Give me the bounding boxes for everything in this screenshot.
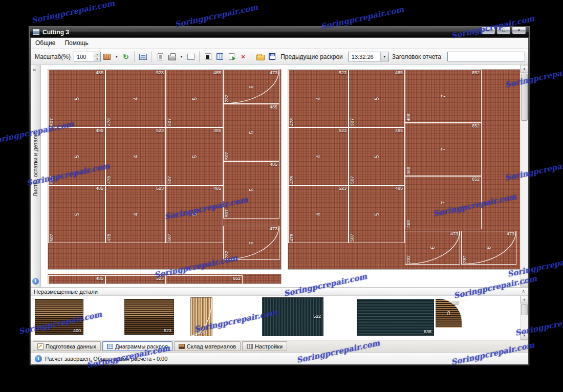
scroll-up-button[interactable]: ▲ bbox=[521, 65, 528, 73]
grid-view-dropdown[interactable]: ▾ bbox=[114, 51, 119, 63]
zoom-up-icon[interactable]: ▲ bbox=[94, 52, 100, 57]
unplaced-header-label: Неразмещенные детали bbox=[34, 289, 98, 295]
menu-general[interactable]: Общие bbox=[31, 38, 60, 48]
open-button[interactable] bbox=[255, 51, 266, 63]
zoom-stepper[interactable]: 100 ▲ ▼ bbox=[74, 52, 101, 61]
scroll-down-button[interactable]: ▼ bbox=[521, 279, 528, 287]
cut-panel[interactable]: 4732826 bbox=[405, 231, 460, 265]
cut-panel[interactable]: 4855075 bbox=[223, 104, 279, 161]
previous-cuts-combo[interactable]: 13:32:26 ▾ bbox=[348, 52, 389, 61]
cut-panel[interactable]: 4855075 bbox=[48, 127, 105, 185]
panel-width-label: 523 bbox=[156, 186, 164, 191]
unplaced-piece[interactable]: 638 bbox=[357, 299, 434, 336]
cut-panel[interactable]: 4855075 bbox=[349, 185, 405, 243]
corner-tool-button[interactable] bbox=[203, 51, 213, 63]
panel-width-label: 485 bbox=[270, 162, 277, 167]
report-title-input[interactable] bbox=[447, 52, 525, 61]
cut-panel-partial[interactable]: 652 bbox=[166, 275, 243, 285]
panel-piece-number: 5 bbox=[192, 213, 198, 216]
expand-chevrons-icon[interactable]: » bbox=[33, 67, 36, 73]
panel-width-label: 485 bbox=[395, 186, 403, 191]
print-button[interactable] bbox=[167, 51, 178, 63]
cut-panel[interactable]: 5234784 bbox=[288, 185, 349, 243]
zoom-value[interactable]: 100 bbox=[74, 52, 94, 61]
unplaced-piece[interactable]: 400 bbox=[35, 299, 83, 335]
cut-panel[interactable]: 4855075 bbox=[166, 70, 223, 127]
diagram-scrollbar[interactable]: ▲ ▼ bbox=[520, 65, 528, 287]
table-button[interactable] bbox=[185, 51, 196, 63]
print-dropdown[interactable]: ▾ bbox=[179, 51, 184, 63]
diagram-view-button[interactable] bbox=[138, 51, 148, 63]
scrollbar-track[interactable] bbox=[521, 303, 528, 332]
panel-height-label: 478 bbox=[289, 176, 294, 184]
cut-panel[interactable]: 4855075 bbox=[349, 127, 405, 185]
grid-view-button[interactable] bbox=[102, 51, 113, 63]
cut-panel[interactable]: 5234784 bbox=[105, 127, 166, 185]
unplaced-area[interactable]: 4005231865226382288 bbox=[31, 296, 520, 340]
folder-icon bbox=[256, 55, 265, 60]
cut-panel[interactable]: 4855075 bbox=[48, 185, 105, 243]
minimize-button[interactable]: – bbox=[481, 27, 495, 34]
unplaced-piece[interactable]: 186 bbox=[190, 297, 212, 336]
close-button[interactable]: × bbox=[512, 27, 526, 34]
collapse-chevrons-icon[interactable]: » bbox=[521, 290, 527, 293]
cut-panel[interactable]: 4732826 bbox=[223, 70, 279, 104]
panel-width-label: 523 bbox=[339, 70, 347, 75]
menu-help[interactable]: Помощь bbox=[60, 38, 93, 48]
cut-panel[interactable]: 6524687 bbox=[405, 176, 482, 229]
cut-panel[interactable]: 4732826 bbox=[223, 226, 279, 260]
scroll-up-button[interactable]: ▲ bbox=[521, 296, 528, 303]
cut-panel[interactable]: 5234784 bbox=[105, 185, 166, 243]
fit-sheet-button[interactable] bbox=[214, 51, 225, 63]
panel-piece-number: 5 bbox=[74, 155, 80, 158]
save-button[interactable] bbox=[267, 51, 277, 63]
cut-panel[interactable]: 4855075 bbox=[349, 70, 405, 127]
unplaced-piece[interactable]: 522 bbox=[262, 297, 323, 336]
unplaced-piece[interactable]: 523 bbox=[124, 299, 174, 335]
tab-cutting-diagrams[interactable]: Диаграммы раскроя bbox=[102, 341, 172, 351]
panel-piece-number: 4 bbox=[316, 155, 321, 158]
cut-panel[interactable]: 5234784 bbox=[288, 127, 349, 185]
title-bar[interactable]: Cutting 3 – □ × bbox=[30, 27, 529, 37]
recalculate-button[interactable]: ↻ bbox=[120, 51, 131, 63]
unplaced-scrollbar[interactable]: ▲ ▼ bbox=[520, 296, 528, 340]
cut-panel[interactable]: 5234784 bbox=[288, 70, 349, 127]
chevron-down-icon: ▾ bbox=[116, 54, 118, 59]
tab-label: Диаграммы раскроя bbox=[115, 343, 168, 350]
panel-width-label: 523 bbox=[156, 70, 164, 75]
cut-panel[interactable]: 4855075 bbox=[48, 70, 105, 127]
tab-materials-warehouse[interactable]: Склад материалов bbox=[174, 341, 241, 351]
scrollbar-track[interactable] bbox=[521, 73, 528, 279]
tab-data-preparation[interactable]: Подготовка данных bbox=[33, 341, 101, 351]
combo-dropdown-button[interactable]: ▾ bbox=[380, 52, 388, 61]
cut-panel-partial[interactable]: 523 bbox=[105, 275, 166, 285]
scroll-down-button[interactable]: ▼ bbox=[521, 332, 528, 340]
zoom-down-icon[interactable]: ▼ bbox=[94, 57, 100, 61]
panel-height-label: 478 bbox=[289, 118, 294, 126]
maximize-button[interactable]: □ bbox=[496, 27, 511, 34]
chevron-down-icon: ▾ bbox=[180, 54, 182, 59]
panel-piece-number: 5 bbox=[249, 131, 254, 134]
export-button[interactable] bbox=[226, 51, 237, 63]
cut-panel[interactable]: 4855075 bbox=[223, 161, 279, 219]
panel-height-label: 507 bbox=[49, 118, 54, 126]
tab-settings[interactable]: Настройки bbox=[242, 341, 287, 351]
unplaced-piece[interactable]: 2288 bbox=[435, 298, 462, 328]
cut-panel[interactable]: 4732826 bbox=[461, 231, 516, 265]
panel-width-label: 485 bbox=[395, 70, 403, 75]
cut-panel[interactable]: 6524687 bbox=[405, 123, 482, 176]
cutting-diagram-canvas[interactable]: 4855075485507548550755234784523478452347… bbox=[41, 65, 520, 287]
cut-panel[interactable]: 6524687 bbox=[405, 70, 482, 123]
scrollbar-thumb[interactable] bbox=[521, 74, 528, 121]
sheets-sidebar[interactable]: » Листы, остатки и детали i bbox=[31, 65, 41, 287]
delete-button[interactable]: × bbox=[238, 51, 249, 63]
cut-panel-partial[interactable]: 485 bbox=[48, 275, 105, 285]
panel-width-label: 473 bbox=[450, 231, 458, 236]
cut-panel[interactable]: 4855075 bbox=[166, 185, 223, 243]
scrollbar-thumb[interactable] bbox=[521, 304, 528, 315]
cut-panel[interactable]: 5234784 bbox=[105, 70, 166, 127]
panel-width-label: 485 bbox=[270, 104, 277, 110]
cut-panel[interactable]: 4855075 bbox=[166, 127, 223, 185]
panel-width-label: 523 bbox=[156, 128, 164, 133]
report-button[interactable] bbox=[155, 51, 166, 63]
